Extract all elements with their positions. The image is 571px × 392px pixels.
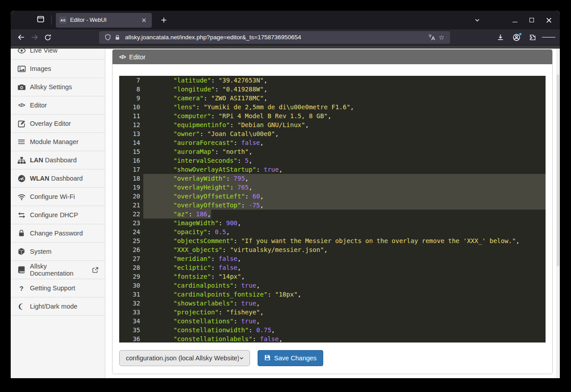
code-line-7[interactable]: 7 "latitude": "39.427653N", [119,76,546,85]
code-line-17[interactable]: 17 "showOverlayAtStartup": true, [119,165,546,174]
code-line-10[interactable]: 10 "lens": "Yumiki de 2,5mm de di\u00e0m… [119,103,546,111]
line-number: 12 [119,120,143,129]
code-line-28[interactable]: 28 "ecliptic": false, [119,263,546,272]
firefox-view-button[interactable] [34,14,47,26]
code-line-31[interactable]: 31 "cardinalpoints_fontsize": "18px", [119,290,546,299]
sidebar-item-images[interactable]: Images [11,60,105,78]
code-line-12[interactable]: 12 "equipmentinfo": "Debian GNU/Linux", [119,120,546,129]
code-line-27[interactable]: 27 "meridian": false, [119,254,546,263]
tab-editor-webui[interactable]: AS Editor - WebUI [56,13,152,28]
code-line-18[interactable]: 18 "overlayWidth": 795, [119,174,546,183]
sidebar-item-label: Configure Wi-Fi [30,193,75,200]
list-tabs-button[interactable] [471,14,484,26]
cube-icon [17,247,26,256]
code-line-15[interactable]: 15 "auroraMap": "north", [119,147,546,156]
line-number: 7 [119,76,143,85]
code-line-32[interactable]: 32 "showstarlabels": true, [119,299,546,308]
code-line-16[interactable]: 16 "intervalSeconds": 5, [119,156,546,165]
code-line-19[interactable]: 19 "overlayHeight": 765, [119,183,546,192]
sidebar-item-live-view[interactable]: Live View [11,49,105,60]
code-line-25[interactable]: 25 "objectsComment": "If you want the Me… [119,236,546,245]
line-number: 20 [119,192,143,201]
sidebar-item-lan-dashboard[interactable]: LANDashboard [11,151,105,169]
code-line-21[interactable]: 21 "overlayOffsetTop": -75, [119,201,546,210]
code-line-33[interactable]: 33 "projection": "fisheye", [119,308,546,317]
save-changes-button[interactable]: Save Changes [258,350,323,366]
line-number: 30 [119,281,143,290]
code-editor[interactable]: 7 "latitude": "39.427653N",8 "longitude"… [119,76,546,342]
url-bar[interactable]: allsky.joancatala.net/index.php?page=edi… [99,31,450,44]
sidebar-item-label: LANDashboard [30,157,77,164]
sidebar-item-getting-support[interactable]: ? Getting Support [11,279,105,297]
file-select[interactable]: configuration.json (local Allsky Website… [119,350,250,366]
bookmark-star-icon[interactable]: ☆ [437,33,446,42]
code-line-24[interactable]: 24 "opacity": 0.5, [119,227,546,236]
chevron-down-icon [239,355,244,361]
sidebar-item-module-manager[interactable]: Module Manager [11,133,105,151]
sidebar-item-label: System [30,248,51,255]
sidebar-item-configure-dhcp[interactable]: Configure DHCP [11,206,105,224]
code-line-11[interactable]: 11 "computer": "RPi 4 Model B Rev 1.5, 8… [119,111,546,120]
camera-icon [17,83,26,91]
maximize-icon [529,18,534,22]
reload-button[interactable] [41,31,54,44]
save-button-label: Save Changes [274,355,317,362]
code-line-9[interactable]: 9 "camera": "ZWO ASI178MC", [119,94,546,103]
firefox-view-icon [37,15,45,25]
wifi-icon [17,192,26,201]
sidebar-item-change-password[interactable]: Change Password [11,224,105,243]
shield-icon[interactable] [103,33,113,42]
line-number: 17 [119,165,143,174]
new-tab-button[interactable] [157,14,171,26]
sidebar-item-label: Module Manager [30,138,79,145]
sidebar-item-editor[interactable]: </> Editor [11,96,105,115]
code-line-23[interactable]: 23 "imageWidth": 900, [119,219,546,227]
account-button[interactable] [510,31,523,44]
code-line-22[interactable]: 22 "az": 186, [119,210,546,219]
sidebar-item-system[interactable]: System [11,243,105,261]
page-scrollbar-thumb[interactable] [557,74,559,266]
sidebar-item-configure-wifi[interactable]: Configure Wi-Fi [11,188,105,206]
translate-icon[interactable] [427,33,437,42]
line-number: 26 [119,245,143,254]
extensions-button[interactable] [526,31,539,44]
sidebar-item-wlan-dashboard[interactable]: WLANDashboard [11,169,105,188]
code-line-13[interactable]: 13 "owner": "Joan Catal\u00e0", [119,129,546,138]
sidebar-item-label: WLANDashboard [30,175,83,182]
sidebar-item-light-dark-mode[interactable]: Light/Dark mode [11,297,105,316]
close-button[interactable] [542,14,555,26]
save-icon [264,355,271,362]
sidebar-item-label: Allsky Settings [30,83,72,91]
sidebar-item-allsky-documentation[interactable]: Allsky Documentation [11,261,105,279]
line-number: 35 [119,326,143,334]
maximize-button[interactable] [525,14,538,26]
sidebar-item-allsky-settings[interactable]: Allsky Settings [11,78,105,96]
sidebar-item-overlay-editor[interactable]: Overlay Editor [11,115,105,133]
sidebar-item-label: Live View [30,49,58,54]
code-line-35[interactable]: 35 "constellationwidth": 0.75, [119,326,546,334]
code-line-36[interactable]: 36 "constellationlabels": false, [119,334,546,342]
downloads-button[interactable] [494,31,507,44]
minimize-button[interactable] [508,14,521,26]
lock-icon [17,229,26,238]
back-button[interactable] [14,31,28,44]
code-line-14[interactable]: 14 "auroraForecast": false, [119,138,546,147]
file-select-value: configuration.json (local Allsky Website… [126,355,239,362]
tab-close-icon[interactable] [139,16,148,25]
code-icon: </> [17,101,26,110]
forward-button[interactable] [28,31,41,44]
code-line-26[interactable]: 26 "XXX_objects": "virtualsky/messier.js… [119,245,546,254]
code-line-30[interactable]: 30 "cardinalpoints": true, [119,281,546,290]
menu-button[interactable] [542,31,555,44]
lock-icon[interactable] [113,33,122,42]
moon-icon [17,302,26,311]
code-line-29[interactable]: 29 "fontsize": "14px", [119,272,546,281]
sidebar: Live View Images Allsky Settings </> Edi… [11,49,105,378]
code-line-20[interactable]: 20 "overlayOffsetLeft": 60, [119,192,546,201]
code-line-34[interactable]: 34 "constellations": true, [119,317,546,326]
panel-title: Editor [129,54,146,61]
line-number: 22 [119,210,143,219]
code-line-8[interactable]: 8 "longitude": "0.419288W", [119,85,546,94]
sidebar-item-label: Allsky Documentation [30,263,89,277]
page-scrollbar[interactable] [556,49,560,378]
